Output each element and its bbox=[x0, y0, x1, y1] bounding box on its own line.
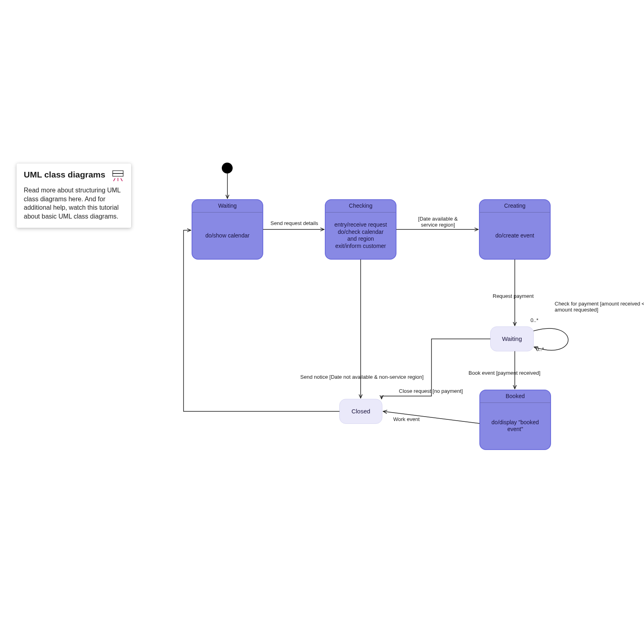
state-booked-action2: event" bbox=[507, 426, 523, 433]
label-request-payment: Request payment bbox=[493, 293, 534, 299]
label-work-event: Work event bbox=[393, 416, 420, 422]
state-closed-label: Closed bbox=[351, 408, 370, 415]
info-card-title: UML class diagrams bbox=[24, 170, 105, 180]
svg-rect-1 bbox=[113, 173, 123, 176]
state-checking-action1: entry/receive request bbox=[334, 221, 387, 229]
label-check-payment: Check for payment [amount received < amo… bbox=[555, 301, 644, 313]
label-book-event: Book event [payment received] bbox=[469, 370, 541, 376]
state-booked: Booked do/display "booked event" bbox=[479, 390, 551, 450]
state-waiting: Waiting do/show calendar bbox=[192, 199, 263, 260]
state-checking-action4: exit/inform customer bbox=[335, 243, 386, 250]
uml-class-icon bbox=[112, 170, 124, 184]
connectors-layer bbox=[0, 0, 644, 644]
info-card-body: Read more about structuring UML class di… bbox=[24, 186, 124, 221]
state-closed: Closed bbox=[339, 399, 382, 424]
state-booked-title: Booked bbox=[480, 390, 550, 403]
state-checking-title: Checking bbox=[326, 200, 396, 213]
state-waiting-action: do/show calendar bbox=[205, 232, 250, 239]
state-checking-action3: and region bbox=[347, 235, 374, 243]
label-send-request: Send request details bbox=[270, 220, 318, 226]
state-waiting-payment-label: Waiting bbox=[502, 335, 522, 343]
label-send-notice: Send notice [Date not available & non-se… bbox=[300, 374, 423, 380]
state-creating: Creating do/create event bbox=[479, 199, 551, 260]
svg-rect-0 bbox=[113, 171, 123, 173]
state-creating-action: do/create event bbox=[495, 232, 535, 239]
label-date-available: [Date available & service region] bbox=[406, 216, 470, 228]
state-creating-title: Creating bbox=[480, 200, 550, 213]
diagram-canvas: UML class diagrams Read more about struc… bbox=[0, 0, 644, 644]
multiplicity-top: 0..* bbox=[530, 317, 539, 323]
svg-line-2 bbox=[114, 178, 115, 181]
state-waiting-title: Waiting bbox=[192, 200, 262, 213]
label-close-request: Close request [no payment] bbox=[399, 388, 463, 394]
svg-line-4 bbox=[121, 178, 122, 181]
initial-state-dot bbox=[222, 163, 233, 173]
state-checking-action2: do/check calendar bbox=[338, 229, 384, 236]
multiplicity-bottom: 0..* bbox=[536, 346, 544, 352]
state-waiting-payment: Waiting bbox=[490, 326, 534, 351]
state-booked-action1: do/display "booked bbox=[491, 419, 539, 426]
state-checking: Checking entry/receive request do/check … bbox=[325, 199, 396, 260]
info-card: UML class diagrams Read more about struc… bbox=[17, 163, 131, 228]
